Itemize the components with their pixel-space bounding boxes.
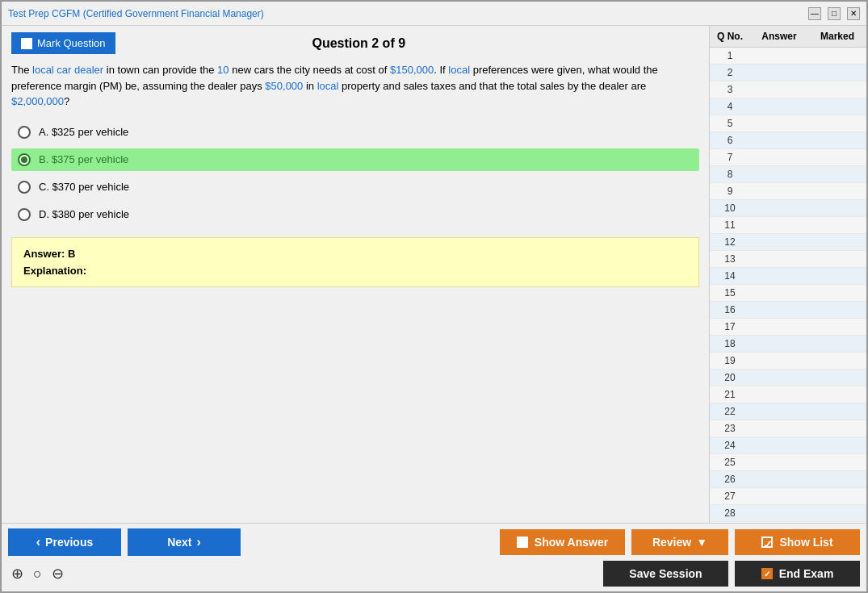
- sidebar-row[interactable]: 20: [710, 370, 866, 386]
- sidebar-row[interactable]: 17: [710, 319, 866, 336]
- option-b[interactable]: B. $375 per vehicle: [11, 148, 699, 171]
- sidebar-cell-qno: 19: [710, 353, 750, 368]
- sidebar-cell-marked: [808, 150, 866, 165]
- sidebar-cell-qno: 15: [710, 286, 750, 300]
- zoom-reset-button[interactable]: ○: [30, 564, 45, 584]
- sidebar-row[interactable]: 6: [710, 132, 866, 149]
- sidebar: Q No. Answer Marked 1 2 3 4 5 6 7 8: [709, 26, 866, 523]
- sidebar-cell-marked: [808, 133, 866, 148]
- option-d-label: D. $380 per vehicle: [39, 208, 129, 220]
- radio-c: [18, 181, 31, 194]
- radio-d: [18, 208, 31, 221]
- sidebar-row[interactable]: 18: [710, 336, 866, 353]
- save-session-button[interactable]: Save Session: [603, 561, 728, 587]
- sidebar-row[interactable]: 8: [710, 166, 866, 183]
- sidebar-cell-qno: 5: [710, 116, 750, 131]
- sidebar-cell-answer: [750, 65, 808, 80]
- review-button[interactable]: Review ▼: [631, 529, 728, 555]
- previous-label: Previous: [45, 536, 93, 549]
- sidebar-cell-qno: 4: [710, 99, 750, 114]
- radio-inner-a: [21, 129, 27, 136]
- sidebar-row[interactable]: 15: [710, 285, 866, 302]
- sidebar-cell-qno: 7: [710, 150, 750, 165]
- sidebar-cell-qno: 11: [710, 218, 750, 232]
- option-a[interactable]: A. $325 per vehicle: [11, 121, 699, 144]
- save-session-label: Save Session: [629, 567, 702, 580]
- option-c-label: C. $370 per vehicle: [39, 181, 129, 193]
- review-arrow-icon: ▼: [696, 536, 707, 549]
- highlight-10: 10: [217, 64, 229, 76]
- previous-button[interactable]: ‹ Previous: [8, 528, 121, 556]
- sidebar-cell-qno: 28: [710, 506, 750, 520]
- sidebar-row[interactable]: 22: [710, 403, 866, 420]
- sidebar-cell-qno: 12: [710, 235, 750, 249]
- sidebar-row[interactable]: 16: [710, 302, 866, 319]
- sidebar-cell-qno: 21: [710, 387, 750, 402]
- sidebar-cell-answer: [750, 303, 808, 317]
- sidebar-row[interactable]: 1: [710, 48, 866, 65]
- answer-line: Answer: B: [23, 248, 687, 260]
- sidebar-cell-qno: 23: [710, 421, 750, 436]
- mark-checkbox-icon: [21, 38, 32, 49]
- minimize-button[interactable]: —: [808, 7, 821, 20]
- sidebar-cell-qno: 22: [710, 404, 750, 419]
- sidebar-cell-answer: [750, 82, 808, 97]
- sidebar-cell-qno: 25: [710, 455, 750, 470]
- end-exam-button[interactable]: ✓ End Exam: [735, 561, 860, 587]
- sidebar-row[interactable]: 25: [710, 454, 866, 471]
- end-exam-check-icon: ✓: [761, 568, 773, 579]
- zoom-in-button[interactable]: ⊕: [8, 563, 27, 584]
- sidebar-row[interactable]: 5: [710, 115, 866, 132]
- sidebar-row[interactable]: 13: [710, 251, 866, 268]
- sidebar-cell-answer: [750, 235, 808, 249]
- sidebar-cell-marked: [808, 48, 866, 63]
- option-c[interactable]: C. $370 per vehicle: [11, 176, 699, 198]
- sidebar-cell-marked: [808, 319, 866, 334]
- toolbar-row2: ⊕ ○ ⊖ Save Session ✓ End Exam: [8, 561, 860, 587]
- mark-question-button[interactable]: Mark Question: [11, 32, 115, 54]
- sidebar-row[interactable]: 4: [710, 98, 866, 115]
- sidebar-header-answer: Answer: [750, 29, 808, 44]
- next-button[interactable]: Next ›: [128, 528, 241, 556]
- show-list-button[interactable]: ✓ Show List: [735, 529, 860, 555]
- sidebar-row[interactable]: 7: [710, 149, 866, 166]
- sidebar-row[interactable]: 3: [710, 81, 866, 98]
- highlight-local2: local: [317, 80, 339, 92]
- sidebar-cell-answer: [750, 116, 808, 131]
- sidebar-row[interactable]: 26: [710, 471, 866, 488]
- sidebar-row[interactable]: 24: [710, 437, 866, 454]
- option-a-label: A. $325 per vehicle: [39, 126, 128, 138]
- sidebar-cell-answer: [750, 167, 808, 182]
- option-d[interactable]: D. $380 per vehicle: [11, 203, 699, 226]
- close-button[interactable]: ✕: [847, 7, 860, 20]
- sidebar-row[interactable]: 28: [710, 505, 866, 522]
- show-answer-button[interactable]: Show Answer: [500, 529, 625, 555]
- right-buttons: Save Session ✓ End Exam: [603, 561, 860, 587]
- sidebar-row[interactable]: 14: [710, 268, 866, 285]
- sidebar-row[interactable]: 23: [710, 420, 866, 437]
- sidebar-cell-answer: [750, 472, 808, 487]
- bottom-toolbar: ‹ Previous Next › Show Answer Review ▼ ✓…: [2, 523, 866, 591]
- sidebar-cell-marked: [808, 421, 866, 436]
- sidebar-cell-marked: [808, 472, 866, 487]
- zoom-out-button[interactable]: ⊖: [48, 563, 67, 584]
- sidebar-list[interactable]: 1 2 3 4 5 6 7 8 9 10 11: [710, 48, 866, 523]
- maximize-button[interactable]: □: [828, 7, 841, 20]
- radio-inner-c: [21, 184, 27, 190]
- sidebar-row[interactable]: 11: [710, 217, 866, 234]
- sidebar-row[interactable]: 9: [710, 183, 866, 200]
- sidebar-row[interactable]: 19: [710, 353, 866, 370]
- sidebar-cell-marked: [808, 455, 866, 470]
- sidebar-cell-answer: [750, 438, 808, 453]
- sidebar-row[interactable]: 21: [710, 386, 866, 403]
- sidebar-cell-answer: [750, 201, 808, 215]
- sidebar-row[interactable]: 2: [710, 65, 866, 81]
- sidebar-cell-answer: [750, 506, 808, 520]
- sidebar-cell-marked: [808, 201, 866, 215]
- question-text: The local car dealer in town can provide…: [11, 62, 699, 110]
- sidebar-cell-qno: 2: [710, 65, 750, 80]
- sidebar-row[interactable]: 10: [710, 200, 866, 217]
- sidebar-row[interactable]: 12: [710, 234, 866, 251]
- sidebar-cell-marked: [808, 438, 866, 453]
- sidebar-row[interactable]: 27: [710, 488, 866, 505]
